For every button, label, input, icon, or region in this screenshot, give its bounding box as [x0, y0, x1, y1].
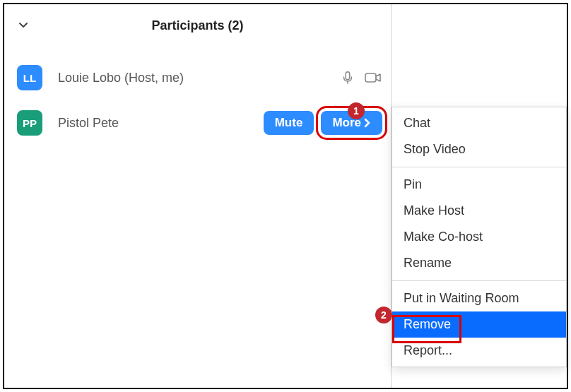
participant-actions: Mute More: [264, 111, 382, 135]
menu-item-remove[interactable]: Remove: [392, 311, 566, 338]
mute-button[interactable]: Mute: [264, 111, 314, 135]
collapse-button[interactable]: [13, 15, 34, 36]
camera-icon: [364, 70, 382, 85]
menu-item-make-cohost[interactable]: Make Co-host: [392, 224, 566, 250]
more-context-menu: Chat Stop Video Pin Make Host Make Co-ho…: [392, 107, 567, 367]
participants-panel: Participants (2) LL Louie Lobo (Host, me…: [4, 4, 392, 388]
annotation-badge-1: 1: [348, 102, 365, 119]
menu-separator: [392, 280, 566, 281]
panel-header: Participants (2): [4, 4, 391, 47]
menu-item-rename[interactable]: Rename: [392, 250, 566, 276]
panel-title: Participants (2): [34, 18, 361, 33]
participant-name: Pistol Pete: [58, 116, 119, 131]
menu-separator: [392, 167, 566, 167]
participant-name: Louie Lobo (Host, me): [58, 71, 184, 85]
avatar: PP: [17, 110, 42, 136]
menu-item-report[interactable]: Report...: [392, 338, 566, 364]
participant-status-icons: [340, 70, 382, 85]
menu-item-waiting-room[interactable]: Put in Waiting Room: [392, 285, 566, 311]
chevron-right-icon: [364, 118, 371, 128]
microphone-icon: [340, 70, 355, 85]
participant-row[interactable]: LL Louie Lobo (Host, me): [4, 58, 391, 97]
svg-rect-1: [365, 73, 376, 82]
annotation-badge-2: 2: [375, 307, 392, 323]
avatar: LL: [17, 65, 42, 90]
menu-item-pin[interactable]: Pin: [392, 172, 566, 198]
menu-item-chat[interactable]: Chat: [392, 110, 566, 136]
app-window: Participants (2) LL Louie Lobo (Host, me…: [3, 3, 568, 389]
menu-item-make-host[interactable]: Make Host: [392, 198, 566, 224]
chevron-down-icon: [18, 20, 29, 31]
participant-row[interactable]: PP Pistol Pete Mute More: [4, 103, 391, 143]
menu-item-stop-video[interactable]: Stop Video: [392, 136, 566, 162]
